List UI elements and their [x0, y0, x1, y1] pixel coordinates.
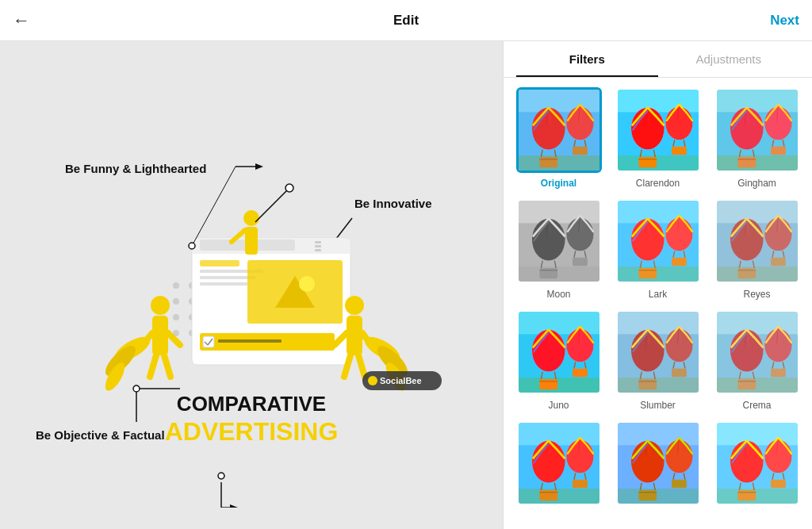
filter-item-moon[interactable]: Moon: [513, 198, 604, 300]
svg-rect-127: [618, 266, 699, 282]
filter-item-slumber[interactable]: Slumber: [612, 309, 703, 411]
svg-rect-91: [618, 155, 699, 171]
svg-rect-220: [771, 480, 786, 488]
svg-rect-107: [737, 157, 756, 167]
svg-point-68: [285, 184, 293, 192]
filter-item-clarendon[interactable]: Clarendon: [612, 87, 703, 189]
filter-item-juno[interactable]: Juno: [513, 309, 604, 411]
svg-rect-186: [519, 423, 599, 445]
filter-label-gingham: Gingham: [737, 178, 776, 189]
svg-rect-215: [737, 490, 756, 500]
svg-rect-131: [638, 268, 657, 278]
svg-point-72: [368, 376, 377, 385]
svg-rect-174: [717, 312, 798, 334]
filter-item-gingham[interactable]: Gingham: [711, 87, 802, 189]
svg-rect-196: [573, 480, 588, 488]
svg-point-47: [151, 296, 170, 315]
svg-point-65: [243, 210, 259, 226]
svg-rect-199: [618, 489, 699, 504]
svg-point-53: [345, 296, 364, 315]
svg-rect-163: [618, 378, 699, 393]
filter-label-slumber: Slumber: [640, 400, 676, 411]
svg-rect-187: [519, 489, 599, 504]
svg-rect-54: [347, 316, 362, 355]
svg-rect-172: [672, 369, 687, 377]
svg-rect-37: [200, 276, 255, 279]
right-panel: Filters Adjustments: [503, 41, 812, 529]
next-button[interactable]: Next: [770, 13, 799, 29]
svg-rect-32: [315, 241, 321, 243]
svg-point-16: [173, 282, 179, 289]
svg-point-41: [299, 276, 315, 292]
filter-label-clarendon: Clarendon: [636, 178, 680, 189]
filter-label-moon: Moon: [546, 289, 570, 300]
svg-rect-46: [218, 339, 282, 343]
svg-rect-102: [717, 90, 798, 112]
svg-rect-119: [539, 268, 557, 278]
svg-point-76: [189, 243, 195, 249]
svg-rect-210: [717, 423, 798, 445]
filter-item-reyes[interactable]: Reyes: [711, 198, 802, 300]
page-title: Edit: [393, 13, 419, 29]
svg-rect-79: [519, 155, 599, 171]
back-button[interactable]: ←: [13, 10, 30, 31]
filter-item-original[interactable]: Original: [513, 87, 604, 189]
svg-rect-203: [638, 490, 657, 500]
svg-rect-95: [638, 157, 657, 167]
svg-rect-155: [539, 379, 557, 389]
svg-point-10: [133, 385, 140, 392]
tabs-container: Filters Adjustments: [504, 41, 812, 78]
svg-text:COMPARATIVE: COMPARATIVE: [177, 392, 326, 416]
svg-rect-162: [618, 312, 699, 334]
svg-point-19: [173, 298, 179, 305]
filter-label-reyes: Reyes: [743, 289, 770, 300]
filter-item-partial3[interactable]: [711, 420, 802, 506]
svg-rect-100: [672, 147, 687, 155]
filter-item-crema[interactable]: Crema: [711, 309, 802, 411]
svg-rect-211: [717, 489, 798, 504]
svg-text:Be Objective & Factual: Be Objective & Factual: [36, 428, 165, 442]
filter-item-lark[interactable]: Lark: [612, 198, 703, 300]
svg-rect-88: [573, 147, 588, 155]
svg-rect-208: [672, 480, 687, 488]
svg-rect-124: [573, 258, 588, 266]
svg-rect-184: [771, 369, 786, 377]
svg-rect-83: [539, 157, 557, 167]
svg-rect-198: [618, 423, 699, 445]
svg-rect-38: [200, 282, 247, 286]
svg-rect-103: [717, 155, 798, 171]
svg-rect-150: [519, 312, 599, 334]
svg-text:Be Funny & Lighthearted: Be Funny & Lighthearted: [65, 162, 206, 175]
svg-rect-33: [315, 245, 321, 247]
tab-filters[interactable]: Filters: [516, 41, 658, 77]
main-area: Be Funny & Lighthearted Be Innovative Be…: [0, 41, 812, 529]
svg-rect-48: [152, 316, 168, 355]
svg-rect-126: [618, 201, 699, 223]
svg-rect-148: [771, 258, 786, 266]
svg-text:SocialBee: SocialBee: [380, 376, 422, 385]
svg-rect-90: [618, 90, 699, 112]
filter-label-crema: Crema: [742, 400, 771, 411]
svg-text:Be Innovative: Be Innovative: [354, 197, 432, 210]
svg-rect-78: [519, 90, 599, 112]
svg-rect-136: [672, 258, 687, 266]
filters-grid: Original: [504, 78, 812, 529]
svg-rect-139: [717, 266, 798, 282]
svg-rect-34: [315, 249, 321, 251]
filter-item-partial2[interactable]: [612, 420, 703, 506]
svg-rect-112: [771, 147, 786, 155]
svg-rect-35: [200, 260, 239, 266]
svg-rect-167: [638, 379, 657, 389]
svg-rect-175: [717, 378, 798, 393]
svg-point-22: [173, 314, 179, 320]
svg-rect-179: [737, 379, 756, 389]
svg-rect-115: [519, 266, 599, 282]
filter-item-partial1[interactable]: [513, 420, 604, 506]
svg-rect-143: [737, 268, 756, 278]
tab-adjustments[interactable]: Adjustments: [658, 41, 800, 77]
svg-text:ADVERTISING: ADVERTISING: [165, 417, 339, 446]
svg-point-15: [218, 473, 224, 479]
svg-rect-138: [717, 201, 798, 223]
filter-label-lark: Lark: [649, 289, 667, 300]
svg-rect-191: [539, 490, 557, 500]
